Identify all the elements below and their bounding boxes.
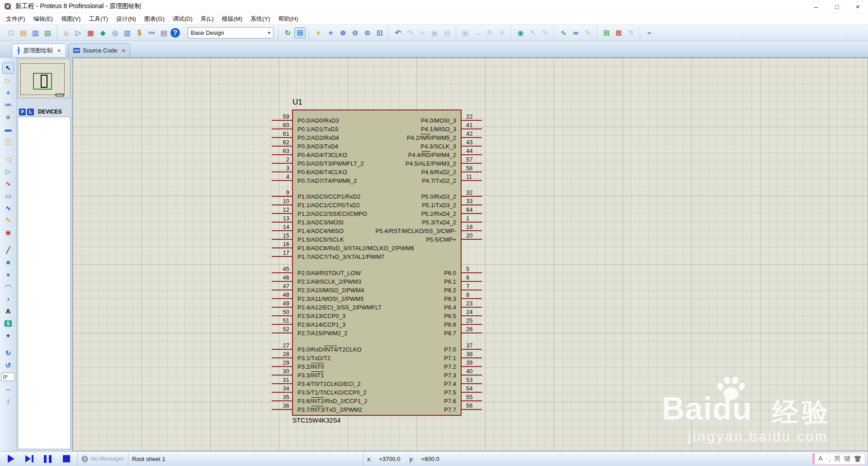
devices-list[interactable] xyxy=(18,117,71,449)
flip-horizontal-icon[interactable]: ↔ xyxy=(2,383,14,394)
stop-button[interactable] xyxy=(59,453,74,465)
pcb-layout-icon[interactable]: ▦ xyxy=(85,27,96,38)
parent-sheet-icon[interactable]: ↰ xyxy=(625,27,637,38)
goto-sheet-icon[interactable]: ◉ xyxy=(515,27,526,38)
pin-row[interactable]: 18P5.4/RST/MCLKO/SS_3/CMP- xyxy=(272,227,482,235)
undo-icon[interactable]: ↶ xyxy=(392,27,404,38)
schematic-capture-icon[interactable]: ▷ xyxy=(73,27,84,38)
block-rotate-icon[interactable]: ↻ xyxy=(484,27,495,38)
pin-row[interactable]: 42P4.2/WR/PWM5_2 xyxy=(272,133,482,142)
open-project-icon[interactable]: ▤ xyxy=(18,27,29,38)
source-code-icon[interactable]: 010 xyxy=(146,27,157,38)
pin-row[interactable]: 58P4.6/RxD2_2 xyxy=(272,168,482,176)
new-sheet-icon[interactable]: ⊞ xyxy=(601,27,612,38)
pin-row[interactable]: 64P5.2/RxD4_2 xyxy=(272,209,482,218)
selection-tool-icon[interactable]: ↖ xyxy=(2,62,14,74)
chip-u1[interactable]: 59P0.0/AD0/RxD360P0.1/AD1/TxD361P0.2/AD2… xyxy=(292,109,462,416)
pin-row[interactable]: 54P7.5 xyxy=(272,388,482,397)
close-icon[interactable]: × xyxy=(122,48,125,54)
pause-button[interactable] xyxy=(40,453,56,465)
property-assignment-icon[interactable]: ✎ xyxy=(582,27,594,38)
library-button[interactable]: L xyxy=(27,109,34,115)
pin-row[interactable]: 53P7.4 xyxy=(272,380,482,388)
bus-icon[interactable]: ▬ xyxy=(2,124,14,135)
3d-visualizer-icon[interactable]: ◆ xyxy=(97,27,108,38)
graph-mode-icon[interactable]: ∿ xyxy=(2,178,14,189)
help-icon[interactable]: ? xyxy=(170,28,180,38)
redraw-icon[interactable]: ↻ xyxy=(282,27,293,38)
pin-row[interactable]: 5P6.0 xyxy=(272,269,482,277)
pin-row[interactable]: 39P7.2 xyxy=(272,362,482,371)
design-tools-icon[interactable]: ✎ xyxy=(539,27,551,38)
box-2d-icon[interactable]: ■ xyxy=(2,257,14,268)
wire-label-icon[interactable]: LBL xyxy=(2,99,14,110)
remove-sheet-icon[interactable]: ⊠ xyxy=(613,27,624,38)
device-pin-icon[interactable]: ▷ xyxy=(2,166,14,177)
menu-item[interactable]: 视图(V) xyxy=(57,14,85,24)
menu-item[interactable]: 调试(D) xyxy=(169,14,197,24)
subcircuit-icon[interactable]: ◫ xyxy=(2,136,14,147)
pin-row[interactable]: 33P5.1/TxD3_2 xyxy=(272,201,482,209)
text-script-icon[interactable]: ≡ xyxy=(2,111,14,123)
terminal-mode-icon[interactable]: ◁ xyxy=(2,153,14,165)
junction-dot-icon[interactable]: + xyxy=(2,87,14,98)
menu-item[interactable]: 系统(Y) xyxy=(246,14,274,24)
pin-row[interactable]: 57P4.5/ALE/PWM3_2 xyxy=(272,159,482,168)
zoom-in-icon[interactable]: ⊕ xyxy=(337,27,349,38)
tab-Source Code[interactable]: 010Source Code× xyxy=(68,43,131,57)
menu-item[interactable]: 编辑(E) xyxy=(29,14,57,24)
pin-row[interactable]: 6P6.1 xyxy=(272,277,482,286)
pin-row[interactable]: 56P7.7 xyxy=(272,405,482,414)
pin-row[interactable]: 25P6.6 xyxy=(272,320,482,329)
rotate-ccw-icon[interactable]: ↺ xyxy=(2,360,14,371)
pin-row[interactable]: 55P7.6 xyxy=(272,397,482,405)
minimize-button[interactable]: – xyxy=(806,0,826,13)
import-project-icon[interactable]: ▨ xyxy=(42,27,53,38)
paste-icon[interactable]: ▤ xyxy=(441,27,453,38)
schematic-canvas[interactable]: U1 59P0.0/AD0/RxD360P0.1/AD1/TxD361P0.2/… xyxy=(72,57,868,451)
redo-icon[interactable]: ↷ xyxy=(405,27,416,38)
component-mode-icon[interactable]: ▷ xyxy=(2,75,14,86)
design-selector[interactable]: Base Design▾ xyxy=(188,27,274,38)
bill-of-materials-icon[interactable]: $ xyxy=(134,27,145,38)
pin-row[interactable]: 20P5.5/CMP+ xyxy=(272,235,482,244)
close-button[interactable]: × xyxy=(847,0,868,13)
pin-row[interactable]: 22P4.0/MOSI_3 xyxy=(272,116,482,125)
zoom-area-icon[interactable]: ⊡ xyxy=(374,27,385,38)
origin-icon[interactable]: + xyxy=(313,27,324,38)
pin-row[interactable]: 40P7.3 xyxy=(272,371,482,380)
zoom-out-icon[interactable]: ⊖ xyxy=(349,27,361,38)
pan-icon[interactable]: + xyxy=(325,27,336,38)
grid-toggle-icon[interactable]: ⊞ xyxy=(294,27,306,38)
menu-item[interactable]: 设计(N) xyxy=(112,14,140,24)
pin-row[interactable]: 24P6.5 xyxy=(272,312,482,320)
marker-2d-icon[interactable]: + xyxy=(2,330,14,341)
rotation-angle-input[interactable] xyxy=(1,373,15,381)
erc-report-icon[interactable]: ⌁ xyxy=(644,27,655,38)
pin-row[interactable]: 26P6.7 xyxy=(272,329,482,338)
block-move-icon[interactable]: ↔ xyxy=(472,27,483,38)
active-popup-icon[interactable]: ▭ xyxy=(2,190,14,201)
pin-row[interactable]: 1P5.3/TxD4_2 xyxy=(272,218,482,227)
pick-devices-button[interactable]: P xyxy=(19,109,26,115)
block-copy-icon[interactable]: ▣ xyxy=(460,27,471,38)
block-delete-icon[interactable]: × xyxy=(496,27,508,38)
close-icon[interactable]: × xyxy=(57,48,61,54)
zoom-all-icon[interactable]: ⊙ xyxy=(362,27,373,38)
flip-vertical-icon[interactable]: ↕ xyxy=(2,395,14,406)
menu-item[interactable]: 文件(F) xyxy=(2,14,29,24)
ime-toolbar[interactable]: A ·, 简 键 xyxy=(812,453,865,465)
rotate-cw-icon[interactable]: ↻ xyxy=(2,347,14,359)
tab-原理图绘制[interactable]: ╂原理图绘制× xyxy=(12,43,66,57)
pin-row[interactable]: 11P4.7/TxD2_2 xyxy=(272,176,482,185)
pin-row[interactable]: 37P7.0 xyxy=(272,345,482,354)
copy-icon[interactable]: ▣ xyxy=(429,27,440,38)
pin-row[interactable]: 8P6.3 xyxy=(272,295,482,303)
pin-row[interactable]: 44P4.4/RD/PWM4_2 xyxy=(272,151,482,159)
voltage-probe-icon[interactable]: ✎ xyxy=(2,214,14,226)
cursor-add-icon[interactable]: ↖ xyxy=(527,27,538,38)
symbol-2d-icon[interactable]: S xyxy=(2,318,14,329)
wire-autoroute-icon[interactable]: ∿ xyxy=(558,27,569,38)
text-2d-icon[interactable]: A xyxy=(2,305,14,317)
arc-2d-icon[interactable]: ◠ xyxy=(2,281,14,292)
